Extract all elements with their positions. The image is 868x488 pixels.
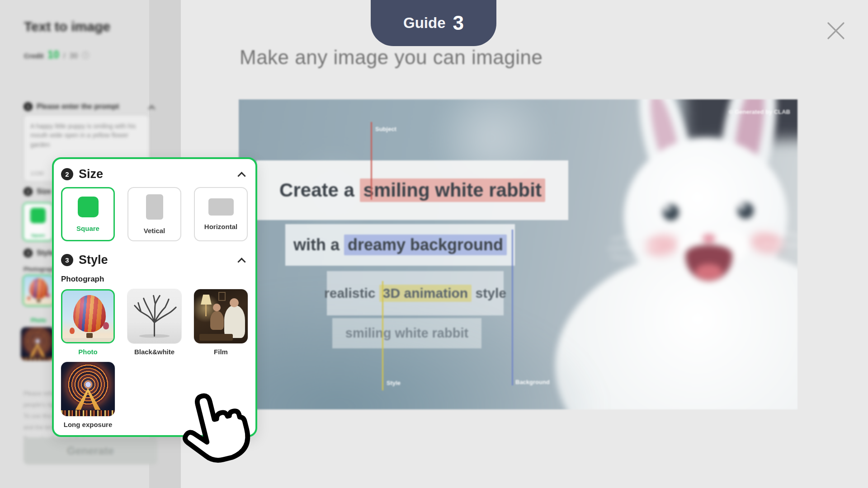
step-2-badge-bg: 2 bbox=[24, 187, 33, 196]
step-3-badge: 3 bbox=[61, 254, 73, 266]
style-title: Style bbox=[79, 253, 108, 267]
subject-label: Subject bbox=[375, 126, 396, 132]
style-category-label: Photograph bbox=[61, 275, 248, 284]
generated-image: Create a smiling white rabbit with a dre… bbox=[239, 99, 797, 409]
prompt-text: A happy little puppy is smiling with his… bbox=[30, 122, 142, 149]
square-shape-icon bbox=[78, 197, 99, 217]
close-guide-button[interactable] bbox=[825, 20, 847, 42]
size-option-label: Square bbox=[76, 225, 99, 232]
photo-label-bg: Photo bbox=[23, 317, 54, 324]
style-section-header-bg: 3 Style bbox=[24, 249, 54, 258]
step-2-badge: 2 bbox=[61, 168, 73, 180]
callout-text: style bbox=[472, 286, 506, 301]
size-section-header-bg: 2 Size bbox=[24, 187, 51, 196]
credit-row: Credit 10 / 30 bbox=[24, 49, 89, 61]
prompt-callout-row3: realistic 3D animation style bbox=[327, 271, 504, 315]
background-label: Background bbox=[515, 379, 550, 385]
info-icon[interactable] bbox=[82, 52, 89, 59]
credit-value: 10 bbox=[47, 49, 59, 61]
style-option-label: Long exposure bbox=[64, 421, 113, 428]
guide-overlay-screen: Text to image Credit 10 / 30 1 Please en… bbox=[0, 0, 868, 488]
style-option-film[interactable]: Film bbox=[194, 289, 248, 356]
square-label-bg: Square bbox=[31, 233, 45, 238]
credit-max: 30 bbox=[69, 52, 78, 61]
style-option-photo-bg[interactable] bbox=[23, 275, 54, 306]
style-option-label: Film bbox=[214, 348, 228, 356]
style-option-long-exposure[interactable]: Long exposure bbox=[61, 362, 115, 428]
size-options-row: Square Vetical Horizontal bbox=[61, 187, 248, 241]
style-section-label-bg: Style bbox=[37, 249, 54, 257]
size-option-label: Horizontal bbox=[204, 223, 237, 230]
subject-callout-line bbox=[371, 122, 372, 200]
size-title: Size bbox=[79, 167, 103, 181]
prompt-callout-row4: smiling white rabbit bbox=[332, 318, 481, 348]
style-option-long-exposure-bg[interactable] bbox=[21, 327, 54, 361]
close-icon bbox=[825, 20, 847, 42]
style-highlight: 3D animation bbox=[379, 285, 472, 302]
callout-text: with a bbox=[293, 235, 344, 254]
ferris-wheel-thumbnail bbox=[21, 327, 54, 361]
prompt-section-header: 1 Please enter the prompt bbox=[24, 102, 119, 111]
page-title: Text to image bbox=[24, 19, 110, 34]
style-option-label: Black&white bbox=[134, 348, 175, 356]
prompt-callout-row2: with a dreamy background bbox=[285, 224, 515, 266]
style-option-label: Photo bbox=[78, 348, 98, 356]
main-area: Make any image you can imagine bbox=[181, 0, 868, 488]
vertical-shape-icon bbox=[146, 194, 163, 220]
style-label: Style bbox=[387, 380, 401, 386]
horizontal-shape-icon bbox=[208, 198, 234, 216]
size-option-square-bg[interactable]: Square bbox=[23, 202, 53, 241]
film-scene-thumbnail bbox=[194, 289, 248, 343]
callout-text: realistic bbox=[324, 286, 379, 301]
tree-illustration bbox=[127, 289, 181, 343]
watermark-text: © Generated by CLAB bbox=[729, 108, 790, 115]
style-options-row: Photo Black&white bbox=[61, 289, 248, 356]
balloon-photo-thumbnail bbox=[61, 289, 115, 343]
size-option-square[interactable]: Square bbox=[61, 187, 115, 241]
prompt-char-counter: 1/150 bbox=[30, 170, 44, 177]
guide-label: Guide bbox=[403, 14, 446, 32]
collapse-prompt-chevron-icon[interactable] bbox=[148, 105, 156, 113]
background-highlight: dreamy background bbox=[344, 235, 507, 255]
step-1-badge: 1 bbox=[24, 102, 33, 111]
style-section-header: 3 Style bbox=[61, 252, 248, 267]
prompt-callout-row1: Create a smiling white rabbit bbox=[256, 160, 568, 220]
guide-step-number: 3 bbox=[453, 12, 464, 34]
style-option-photo[interactable]: Photo bbox=[61, 289, 115, 356]
style-option-black-white[interactable]: Black&white bbox=[127, 289, 181, 356]
square-shape-icon bbox=[30, 208, 46, 223]
winter-tree-thumbnail bbox=[127, 289, 181, 343]
callout-text: Create a bbox=[279, 179, 359, 201]
ferris-wheel-thumbnail bbox=[61, 362, 115, 416]
balloon-photo-thumbnail bbox=[24, 276, 54, 306]
subject-highlight: smiling white rabbit bbox=[360, 178, 545, 202]
credit-label: Credit bbox=[24, 52, 43, 60]
size-section-header: 2 Size bbox=[61, 166, 248, 182]
photograph-category-bg: Photograph bbox=[24, 266, 57, 272]
size-option-label: Vetical bbox=[144, 227, 165, 235]
style-callout-line bbox=[382, 281, 383, 390]
step-3-badge-bg: 3 bbox=[24, 249, 33, 258]
size-section-label-bg: Size bbox=[37, 188, 51, 196]
collapse-style-chevron-icon[interactable] bbox=[237, 258, 245, 266]
generate-button[interactable]: Generate bbox=[24, 437, 157, 465]
collapse-size-chevron-icon[interactable] bbox=[237, 172, 245, 180]
size-option-horizontal[interactable]: Horizontal bbox=[194, 187, 248, 241]
prompt-section-label: Please enter the prompt bbox=[37, 103, 119, 111]
guide-step-badge: Guide 3 bbox=[371, 0, 496, 46]
size-option-vertical[interactable]: Vetical bbox=[127, 187, 181, 241]
credit-separator: / bbox=[63, 52, 65, 60]
background-callout-line bbox=[512, 230, 513, 385]
page-heading: Make any image you can imagine bbox=[240, 46, 542, 69]
